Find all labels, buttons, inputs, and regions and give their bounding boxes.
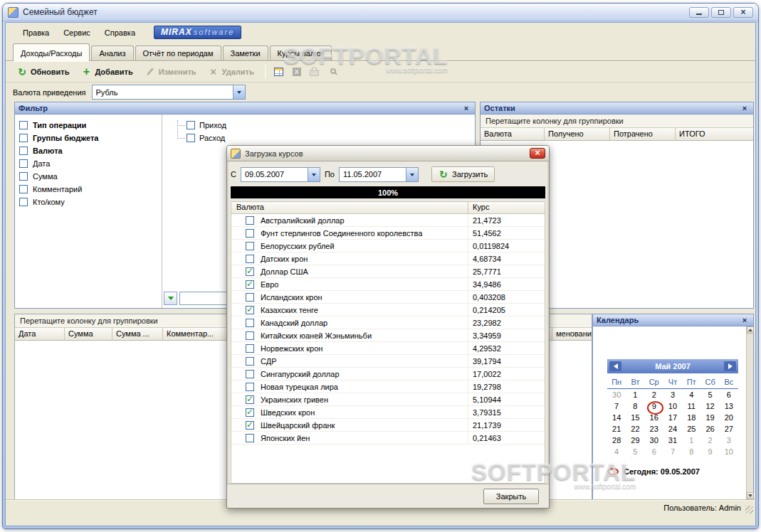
calendar-day[interactable]: 24 — [663, 425, 682, 436]
calendar-day[interactable]: 2 — [645, 390, 663, 402]
calendar-day[interactable]: 4 — [682, 390, 700, 402]
tab[interactable]: Курсы валют — [270, 46, 332, 60]
add-button[interactable]: Добавить — [75, 64, 138, 80]
operation-item[interactable]: Приход — [171, 119, 475, 132]
column-header[interactable]: Получено — [545, 128, 610, 140]
tab[interactable]: Доходы/Расходы — [13, 43, 90, 61]
currency-rate-row[interactable]: Белорусских рублей 0,0119824 — [231, 240, 545, 252]
calendar-day[interactable]: 29 — [626, 436, 644, 447]
calendar-day[interactable]: 25 — [682, 425, 700, 436]
operation-item[interactable]: Расход — [171, 132, 475, 144]
from-date-select[interactable]: 09.05.2007 — [241, 167, 320, 182]
balances-close-icon[interactable] — [740, 104, 750, 112]
filter-checkbox[interactable] — [19, 147, 28, 155]
resize-grip[interactable] — [745, 506, 753, 514]
calendar-day[interactable]: 12 — [700, 402, 719, 413]
calendar-day[interactable]: 1 — [626, 390, 644, 402]
chevron-down-icon[interactable] — [233, 85, 245, 99]
next-month-icon[interactable] — [724, 361, 736, 371]
calendar-day[interactable]: 23 — [645, 425, 663, 436]
filter-checkbox[interactable] — [19, 159, 28, 168]
maximize-button[interactable] — [711, 7, 731, 18]
currency-rate-row[interactable]: Австралийский доллар 21,4723 — [231, 214, 545, 227]
currency-checkbox[interactable] — [246, 421, 254, 430]
calendar-day[interactable]: 18 — [682, 413, 700, 425]
calendar-day[interactable]: 3 — [663, 390, 682, 402]
calendar-day[interactable]: 16 — [645, 413, 663, 425]
currency-checkbox[interactable] — [246, 370, 254, 378]
apply-filter-button[interactable] — [164, 292, 177, 305]
currency-checkbox[interactable] — [246, 319, 254, 327]
currency-rate-row[interactable]: Канадский доллар 23,2982 — [231, 316, 545, 329]
currency-checkbox[interactable] — [246, 280, 254, 289]
currency-rate-row[interactable]: Евро 34,9486 — [231, 278, 545, 291]
currency-rate-row[interactable]: Новая турецкая лира 19,2798 — [231, 381, 545, 393]
refresh-button[interactable]: Обновить — [11, 64, 75, 80]
calendar-day[interactable]: 30 — [607, 390, 626, 402]
filter-checkbox[interactable] — [19, 134, 28, 142]
calendar-day[interactable]: 28 — [607, 436, 626, 447]
calendar-day[interactable]: 8 — [682, 447, 700, 459]
filter-tree-item[interactable]: Тип операции — [19, 119, 157, 132]
filter-tree-item[interactable]: Сумма — [19, 170, 157, 183]
table-button[interactable] — [271, 64, 288, 80]
calendar-today-row[interactable]: Сегодня: 09.05.2007 — [607, 467, 738, 476]
dialog-close-button[interactable] — [530, 148, 545, 159]
currency-rate-row[interactable]: Датских крон 4,68734 — [231, 252, 545, 265]
dialog-close-action-button[interactable]: Закрыть — [483, 489, 539, 504]
calendar-day[interactable]: 20 — [720, 413, 738, 425]
currency-rate-row[interactable]: Шведских крон 3,79315 — [231, 406, 545, 419]
currency-checkbox[interactable] — [246, 255, 254, 263]
calendar-day[interactable]: 2 — [700, 436, 719, 447]
tab[interactable]: Отчёт по периодам — [135, 46, 221, 60]
tab[interactable]: Анализ — [91, 46, 133, 60]
currency-checkbox[interactable] — [246, 267, 254, 276]
currency-rate-row[interactable]: Исландских крон 0,403208 — [231, 291, 545, 304]
column-header[interactable]: Дата — [15, 328, 65, 340]
calendar-day[interactable]: 21 — [607, 425, 626, 436]
calendar-day[interactable]: 4 — [607, 447, 626, 459]
calendar-close-icon[interactable] — [740, 316, 750, 324]
column-header[interactable]: Сумма ... — [112, 328, 163, 340]
calendar-day[interactable]: 3 — [720, 436, 738, 447]
currency-rate-row[interactable]: Швейцарский франк 21,1739 — [231, 419, 545, 432]
column-header[interactable]: менование — [552, 328, 592, 340]
menu-item[interactable]: Сервис — [56, 26, 98, 40]
chevron-down-icon[interactable] — [406, 168, 418, 181]
rate-column-header[interactable]: Курс — [468, 202, 545, 213]
filter-tree-item[interactable]: Группы бюджета — [19, 132, 157, 144]
calendar-day[interactable]: 17 — [663, 413, 682, 425]
filter-checkbox[interactable] — [19, 185, 28, 193]
scroll-down-icon[interactable] — [747, 492, 754, 499]
currency-checkbox[interactable] — [246, 229, 254, 238]
calendar-day[interactable]: 9 — [645, 402, 663, 413]
currency-checkbox[interactable] — [246, 395, 254, 404]
filter-checkbox[interactable] — [19, 198, 28, 206]
base-currency-select[interactable]: Рубль — [92, 85, 246, 100]
calendar-day[interactable]: 7 — [663, 447, 682, 459]
calendar-day[interactable]: 31 — [663, 436, 682, 447]
menu-item[interactable]: Правка — [16, 26, 56, 40]
currency-checkbox[interactable] — [246, 434, 254, 442]
to-date-select[interactable]: 11.05.2007 — [339, 167, 419, 182]
operation-checkbox[interactable] — [187, 121, 195, 129]
column-header[interactable]: Валюта — [481, 128, 545, 140]
load-button[interactable]: Загрузить — [431, 166, 495, 182]
currency-checkbox[interactable] — [246, 216, 254, 225]
column-header[interactable]: ИТОГО — [676, 128, 753, 140]
calendar-day[interactable]: 1 — [682, 436, 700, 447]
currency-column-header[interactable]: Валюта — [231, 202, 468, 213]
calendar-day[interactable]: 5 — [700, 390, 719, 402]
currency-rate-row[interactable]: Украинских гривен 5,10944 — [231, 393, 545, 406]
calendar-day[interactable]: 6 — [645, 447, 663, 459]
column-header[interactable]: Сумма — [65, 328, 112, 340]
currency-checkbox[interactable] — [246, 383, 254, 391]
filter-tree-item[interactable]: Валюта — [19, 144, 157, 157]
dialog-titlebar[interactable]: Загрузка курсов — [227, 146, 549, 161]
currency-rate-row[interactable]: Китайских юаней Жэньминьби 3,34959 — [231, 329, 545, 342]
currency-rate-row[interactable]: СДР 39,1794 — [231, 355, 545, 368]
currency-checkbox[interactable] — [246, 293, 254, 302]
operation-checkbox[interactable] — [187, 134, 195, 142]
calendar-day[interactable]: 19 — [700, 413, 719, 425]
calendar-day[interactable]: 26 — [700, 425, 719, 436]
